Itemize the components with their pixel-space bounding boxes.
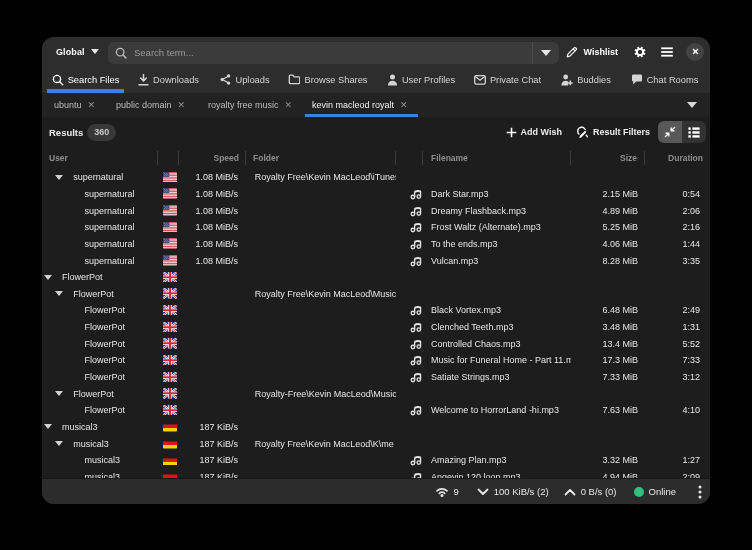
table-row[interactable]: supernatural1.08 MiB/sRoyalty Free\Kevin… (42, 169, 710, 186)
file-name: Dreamy Flashback.mp3 (431, 206, 526, 216)
table-row[interactable]: supernatural1.08 MiB/sDreamy Flashback.m… (42, 202, 710, 219)
tab-overflow-button[interactable] (682, 93, 702, 117)
download-rate-indicator[interactable]: 100 KiB/s (2) (477, 486, 549, 497)
table-row[interactable]: FlowerPot (42, 269, 710, 286)
tab-chat-rooms[interactable]: Chat Rooms (626, 66, 703, 93)
column-header-country[interactable] (158, 147, 179, 169)
column-header-size[interactable]: Size (571, 147, 645, 169)
table-row[interactable]: musical3187 KiB/sRoyalty Free\Kevin MacL… (42, 435, 710, 452)
table-row[interactable]: supernatural1.08 MiB/sTo the ends.mp34.0… (42, 236, 710, 253)
table-row[interactable]: musical3187 KiB/s (42, 419, 710, 436)
connections-indicator[interactable]: 9 (436, 486, 458, 497)
tab-search-files[interactable]: Search Files (47, 66, 124, 93)
table-row[interactable]: FlowerPotControlled Chaos.mp313.4 MiB5:5… (42, 335, 710, 352)
search-tab-kevin-macleod[interactable]: kevin macleod royalt ✕ (305, 93, 418, 117)
table-row[interactable]: supernatural1.08 MiB/sVulcan.mp38.28 MiB… (42, 252, 710, 269)
expander-icon[interactable] (55, 291, 63, 296)
music-note-icon (410, 221, 422, 233)
music-note-icon (410, 454, 422, 466)
hamburger-menu-icon (661, 47, 673, 57)
tab-user-profiles[interactable]: User Profiles (382, 66, 460, 93)
wishlist-button[interactable]: Wishlist (558, 40, 626, 63)
column-header-folder[interactable]: Folder (246, 147, 396, 169)
results-table: supernatural1.08 MiB/sRoyalty Free\Kevin… (42, 169, 710, 478)
table-row[interactable]: FlowerPotClenched Teeth.mp33.48 MiB1:31 (42, 319, 710, 336)
column-header-duration[interactable]: Duration (645, 147, 710, 169)
table-row[interactable]: FlowerPotBlack Vortex.mp36.48 MiB2:49 (42, 302, 710, 319)
table-row[interactable]: FlowerPotMusic for Funeral Home - Part 1… (42, 352, 710, 369)
view-toggle-group (658, 121, 706, 143)
app-window: Global Search term... Wishlist (42, 37, 710, 504)
file-name: Black Vortex.mp3 (431, 305, 501, 315)
column-header-filetype[interactable] (396, 147, 423, 169)
primary-tab-bar: Search Files Downloads Uploads Browse Sh… (42, 66, 710, 93)
expander-icon[interactable] (55, 175, 63, 180)
headerbar: Global Search term... Wishlist (42, 37, 710, 66)
list-view-toggle[interactable] (682, 121, 706, 143)
list-view-icon (688, 127, 700, 138)
status-menu-button[interactable] (698, 485, 702, 499)
user-name: FlowerPot (85, 305, 126, 315)
table-row[interactable]: musical3187 KiB/sAngevin 120 loop.mp34.9… (42, 469, 710, 478)
folder-icon (288, 74, 300, 85)
user-name: FlowerPot (85, 355, 126, 365)
preferences-button[interactable] (627, 40, 653, 63)
upload-rate-indicator[interactable]: 0 B/s (0) (564, 486, 617, 497)
user-name: musical3 (85, 472, 121, 478)
music-note-icon (410, 304, 422, 316)
main-menu-button[interactable] (654, 40, 680, 63)
chevron-down-icon (687, 102, 697, 108)
tab-browse-shares[interactable]: Browse Shares (286, 66, 370, 93)
close-tab-icon[interactable]: ✕ (88, 100, 96, 110)
result-filters-button[interactable]: Result Filters (569, 120, 657, 144)
close-tab-icon[interactable]: ✕ (400, 100, 408, 110)
table-row[interactable]: supernatural1.08 MiB/sFrost Waltz (Alter… (42, 219, 710, 236)
column-header-filename[interactable]: Filename (423, 147, 571, 169)
search-tab-public-domain[interactable]: public domain ✕ (104, 93, 194, 117)
tab-private-chat[interactable]: Private Chat (470, 66, 545, 93)
person-plus-icon (561, 74, 573, 86)
close-button[interactable] (686, 43, 704, 61)
file-name: Frost Waltz (Alternate).mp3 (431, 222, 541, 232)
close-tab-icon[interactable]: ✕ (178, 100, 186, 110)
search-placeholder: Search term... (134, 47, 532, 58)
music-note-icon (410, 471, 422, 478)
expander-icon[interactable] (44, 424, 52, 429)
file-size: 3.48 MiB (602, 322, 638, 332)
country-flag-de (163, 455, 178, 466)
table-row[interactable]: musical3187 KiB/sAmazing Plan.mp33.32 Mi… (42, 452, 710, 469)
statusbar: 9 100 KiB/s (2) 0 B/s (0) Online (42, 478, 710, 504)
file-duration: 0:54 (682, 189, 700, 199)
tab-uploads[interactable]: Uploads (215, 66, 275, 93)
search-history-dropdown[interactable] (533, 50, 559, 56)
table-row[interactable]: FlowerPotRoyalty-Free\Kevin MacLeod\Musi… (42, 385, 710, 402)
music-note-icon (410, 338, 422, 350)
folder-path: Royalty Free\Kevin MacLeod\K\me (255, 439, 394, 449)
table-row[interactable]: FlowerPotSatiate Strings.mp37.33 MiB3:12 (42, 369, 710, 386)
expander-icon[interactable] (55, 441, 63, 446)
expander-icon[interactable] (44, 275, 52, 280)
wifi-icon (436, 487, 448, 497)
file-name: Music for Funeral Home - Part 11.m (431, 355, 571, 365)
expander-icon[interactable] (55, 391, 63, 396)
table-row[interactable]: FlowerPotWelcome to HorrorLand -hi.mp37.… (42, 402, 710, 419)
add-wish-button[interactable]: Add Wish (499, 120, 569, 144)
search-tab-royalty-free-music[interactable]: royalty free music ✕ (196, 93, 300, 117)
file-duration: 2:49 (682, 305, 700, 315)
tab-downloads[interactable]: Downloads (133, 66, 204, 93)
wishlist-label: Wishlist (584, 47, 618, 57)
collapse-results-toggle[interactable] (658, 121, 682, 143)
column-header-user[interactable]: User (42, 147, 158, 169)
column-header-speed[interactable]: Speed (179, 147, 246, 169)
table-row[interactable]: supernatural1.08 MiB/sDark Star.mp32.15 … (42, 186, 710, 203)
connection-status[interactable]: Online (634, 486, 676, 497)
tab-buddies[interactable]: Buddies (557, 66, 615, 93)
search-input[interactable]: Search term... (108, 42, 559, 64)
user-name: FlowerPot (73, 289, 114, 299)
music-note-icon (410, 255, 422, 267)
search-scope-button[interactable]: Global (48, 40, 107, 63)
country-flag-gb (163, 272, 178, 283)
close-tab-icon[interactable]: ✕ (285, 100, 293, 110)
search-tab-ubuntu[interactable]: ubuntu ✕ (42, 93, 101, 117)
table-row[interactable]: FlowerPotRoyalty Free\Kevin MacLeod\Musi… (42, 285, 710, 302)
